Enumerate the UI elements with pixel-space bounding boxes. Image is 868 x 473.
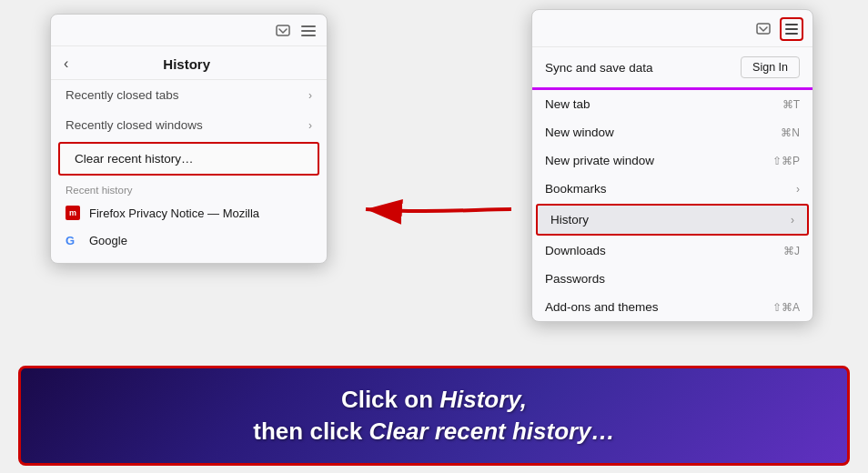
hamburger-line-2 [785,28,798,30]
hamburger-line-1 [785,24,798,25]
bookmarks-chevron-icon: › [796,183,800,196]
recently-closed-tabs-item[interactable]: Recently closed tabs › [51,80,327,110]
right-toolbar [532,10,812,47]
new-tab-shortcut: ⌘T [782,98,800,111]
firefox-menu-panel: Sync and save data Sign In New tab ⌘T Ne… [531,9,813,322]
downloads-label: Downloads [545,244,606,257]
banner-line-2: then click Clear recent history… [253,418,614,446]
arrow-indicator [338,177,520,245]
new-tab-label: New tab [545,97,590,111]
new-window-label: New window [545,126,614,139]
history-chevron-icon: › [791,214,794,226]
new-private-window-item[interactable]: New private window ⇧⌘P [532,146,812,175]
bookmarks-label: Bookmarks [545,182,607,196]
history-header: ‹ History [51,46,327,80]
history-submenu-panel: ‹ History Recently closed tabs › Recentl… [50,14,328,264]
new-window-shortcut: ⌘N [781,126,800,139]
addons-label: Add-ons and themes [545,300,659,314]
hamburger-line-3 [785,33,798,35]
bookmarks-item[interactable]: Bookmarks › [532,175,812,203]
sign-in-button[interactable]: Sign In [741,56,800,78]
pocket-icon[interactable] [274,22,292,40]
addons-shortcut: ⇧⌘A [772,301,800,314]
new-tab-item[interactable]: New tab ⌘T [532,90,812,118]
chevron-right-icon: › [308,119,312,132]
banner-line-1: Click on History, [341,386,527,414]
svg-rect-0 [277,25,289,35]
google-item[interactable]: G Google [51,226,327,254]
addons-item[interactable]: Add-ons and themes ⇧⌘A [532,293,812,321]
svg-rect-3 [301,35,316,36]
pocket-icon-right[interactable] [754,20,772,38]
passwords-label: Passwords [545,272,605,286]
recently-closed-windows-label: Recently closed windows [66,118,203,132]
instruction-banner: Click on History, then click Clear recen… [18,366,850,466]
history-label: History [550,213,589,226]
firefox-privacy-item[interactable]: m Firefox Privacy Notice — Mozilla [51,199,327,226]
recently-closed-windows-item[interactable]: Recently closed windows › [51,110,327,140]
firefox-privacy-label: Firefox Privacy Notice — Mozilla [89,206,259,220]
svg-rect-2 [301,30,316,32]
new-private-window-shortcut: ⇧⌘P [772,155,800,167]
history-panel-title: History [77,56,296,72]
chevron-right-icon: › [308,89,312,102]
history-item[interactable]: History › [536,204,809,236]
mozilla-site-icon: m [66,206,80,220]
svg-rect-6 [757,24,770,34]
svg-text:G: G [66,234,75,247]
google-label: Google [89,234,127,247]
recently-closed-tabs-label: Recently closed tabs [66,88,179,102]
downloads-shortcut: ⌘J [783,245,800,257]
svg-rect-1 [301,25,316,27]
google-site-icon: G [66,233,80,247]
passwords-item[interactable]: Passwords [532,265,812,293]
hamburger-button[interactable] [780,17,803,41]
hamburger-icon[interactable] [299,22,318,40]
sync-text: Sync and save data [545,61,653,75]
new-window-item[interactable]: New window ⌘N [532,118,812,146]
downloads-item[interactable]: Downloads ⌘J [532,236,812,265]
banner-history-em: History, [439,386,527,413]
recent-history-section-label: Recent history [51,177,327,199]
new-private-window-label: New private window [545,154,654,167]
banner-clear-em: Clear recent history… [368,418,614,445]
clear-history-label: Clear recent history… [75,152,194,166]
sync-section: Sync and save data Sign In [532,47,812,90]
back-button[interactable]: ‹ [64,55,68,72]
clear-recent-history-item[interactable]: Clear recent history… [58,142,319,176]
left-toolbar [51,15,327,46]
